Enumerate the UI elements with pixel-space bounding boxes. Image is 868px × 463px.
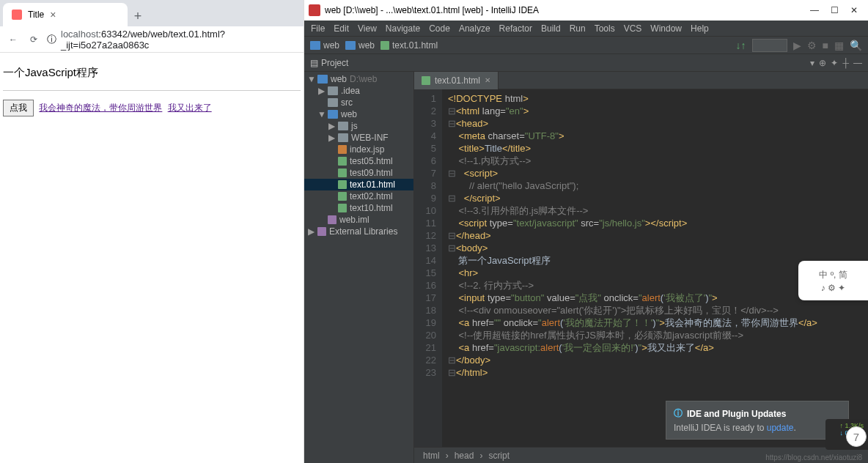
maximize-icon[interactable]: ☐	[831, 5, 839, 15]
project-tab[interactable]: ▤ Project	[304, 58, 354, 68]
folder-icon	[345, 41, 356, 50]
browser-tab[interactable]: Title ×	[3, 3, 128, 26]
bc-head[interactable]: head	[455, 451, 474, 461]
close-icon[interactable]: ✕	[485, 76, 490, 84]
crumb-root[interactable]: web	[310, 40, 339, 51]
arrow-icon: ▼	[307, 74, 315, 84]
magic-link[interactable]: 我会神奇的魔法，带你周游世界	[39, 103, 162, 113]
run-icon[interactable]: ▶	[793, 40, 801, 51]
tree-item[interactable]: ▼web D:\web	[304, 73, 413, 85]
tree-item[interactable]: ▶js	[304, 120, 413, 132]
search-icon[interactable]: 🔍	[850, 40, 862, 51]
reload-icon[interactable]: ⟳	[26, 32, 41, 47]
toolbar-right: ↓↑ ▶ ⚙ ■ ▦ 🔍	[736, 39, 862, 52]
menu-help[interactable]: Help	[687, 23, 713, 34]
url-host: localhost	[61, 29, 98, 40]
arrow-icon: ▶	[317, 86, 325, 96]
tree-item[interactable]: ▶.idea	[304, 85, 413, 97]
folder-icon	[317, 75, 328, 84]
tree-item[interactable]: test05.html	[304, 155, 413, 167]
tree-label: src	[341, 97, 353, 108]
tree-item[interactable]: text02.html	[304, 190, 413, 202]
menu-navigate[interactable]: Navigate	[382, 23, 424, 34]
tab-label: text.01.html	[435, 75, 480, 86]
file-icon	[338, 168, 347, 177]
tree-item[interactable]: ▶External Libraries	[304, 226, 413, 237]
file-icon	[338, 180, 347, 189]
settings-icon[interactable]: ✦	[831, 58, 838, 68]
back-icon[interactable]: ←	[6, 32, 21, 47]
expand-icon[interactable]: ⊕	[819, 58, 826, 68]
file-icon	[338, 145, 347, 154]
tree-item[interactable]: text.01.html	[304, 179, 413, 190]
tree-item[interactable]: test09.html	[304, 167, 413, 179]
arrow-icon: ▶	[328, 133, 335, 143]
tree-item[interactable]: text10.html	[304, 202, 413, 214]
favicon-icon	[12, 10, 22, 20]
minimize-icon[interactable]: —	[810, 5, 819, 15]
folder-icon	[310, 41, 320, 50]
browser-tabbar: Title × +	[0, 0, 304, 26]
tree-item[interactable]: web.iml	[304, 214, 413, 226]
file-icon	[338, 157, 347, 166]
folder-icon	[338, 133, 348, 142]
html-file-icon	[422, 76, 430, 85]
menu-tools[interactable]: Tools	[591, 23, 619, 34]
arrow-icon: ▶	[307, 226, 315, 237]
tree-label: js	[351, 121, 358, 131]
nav-breadcrumb: web web text.01.html ↓↑ ▶ ⚙ ■ ▦ 🔍	[304, 37, 868, 54]
menu-code[interactable]: Code	[425, 23, 454, 34]
tree-item[interactable]: ▶WEB-INF	[304, 132, 413, 144]
close-icon[interactable]: ×	[50, 9, 56, 21]
project-toolbar: ▤ Project ▾ ⊕ ✦ ┼ —	[304, 54, 868, 72]
menu-vcs[interactable]: VCS	[620, 23, 646, 34]
tree-path: D:\web	[350, 74, 377, 84]
close-icon[interactable]: ✕	[850, 5, 858, 15]
ide-window: web [D:\\web] - ...\web\text.01.html [we…	[304, 0, 868, 463]
project-tree[interactable]: ▼web D:\web▶.ideasrc▼web▶js▶WEB-INFindex…	[304, 72, 414, 463]
menu-view[interactable]: View	[354, 23, 380, 34]
bc-html[interactable]: html	[423, 451, 440, 461]
tree-item[interactable]: src	[304, 97, 413, 108]
watermark: https://blog.csdn.net/xiaotuzi8	[765, 453, 862, 462]
ide-titlebar[interactable]: web [D:\\web] - ...\web\text.01.html [we…	[304, 0, 868, 21]
editor-tabs: text.01.html ✕	[414, 72, 868, 89]
tree-label: web	[341, 109, 357, 119]
ime-sticker[interactable]: 中 º, 简 ♪ ⚙ ✦	[798, 261, 868, 300]
arrow-icon: ▼	[317, 109, 325, 119]
sync-icon[interactable]: ↓↑	[736, 40, 746, 51]
structure-icon[interactable]: ▦	[834, 40, 844, 51]
menu-run[interactable]: Run	[566, 23, 589, 34]
notification[interactable]: ⓘIDE and Plugin Updates IntelliJ IDEA is…	[666, 401, 849, 440]
editor-tab[interactable]: text.01.html ✕	[414, 72, 499, 89]
new-tab-button[interactable]: +	[128, 6, 148, 26]
crumb-folder[interactable]: web	[345, 40, 375, 51]
scroll-icon[interactable]: ┼	[842, 58, 849, 68]
tree-label: text.01.html	[350, 179, 395, 190]
menu-window[interactable]: Window	[647, 23, 685, 34]
run-config-select[interactable]	[752, 39, 787, 52]
sticker-text: 中 º, 简	[819, 269, 847, 281]
tree-item[interactable]: index.jsp	[304, 144, 413, 155]
url-field[interactable]: ⓘ localhost:63342/web/web/text.01.html?_…	[47, 29, 298, 51]
stop-icon[interactable]: ■	[823, 40, 828, 51]
menu-edit[interactable]: Edit	[330, 23, 353, 34]
ime-badge: 7	[846, 426, 867, 447]
tree-item[interactable]: ▼web	[304, 108, 413, 120]
bc-script[interactable]: script	[488, 451, 510, 461]
menu-file[interactable]: File	[307, 23, 328, 34]
back-link[interactable]: 我又出来了	[168, 103, 212, 113]
ide-menubar: FileEditViewNavigateCodeAnalyzeRefactorB…	[304, 21, 868, 37]
debug-icon[interactable]: ⚙	[807, 40, 817, 51]
file-icon	[317, 227, 326, 236]
hide-icon[interactable]: —	[853, 58, 862, 68]
demo-button[interactable]: 点我	[3, 100, 34, 116]
collapse-icon[interactable]: ▾	[810, 58, 814, 68]
menu-build[interactable]: Build	[537, 23, 564, 34]
tree-label: test05.html	[350, 156, 393, 166]
menu-refactor[interactable]: Refactor	[496, 23, 536, 34]
crumb-file[interactable]: text.01.html	[380, 40, 438, 51]
menu-analyze[interactable]: Analyze	[455, 23, 494, 34]
project-tools: ▾ ⊕ ✦ ┼ —	[810, 58, 868, 68]
update-link[interactable]: update	[767, 423, 794, 433]
